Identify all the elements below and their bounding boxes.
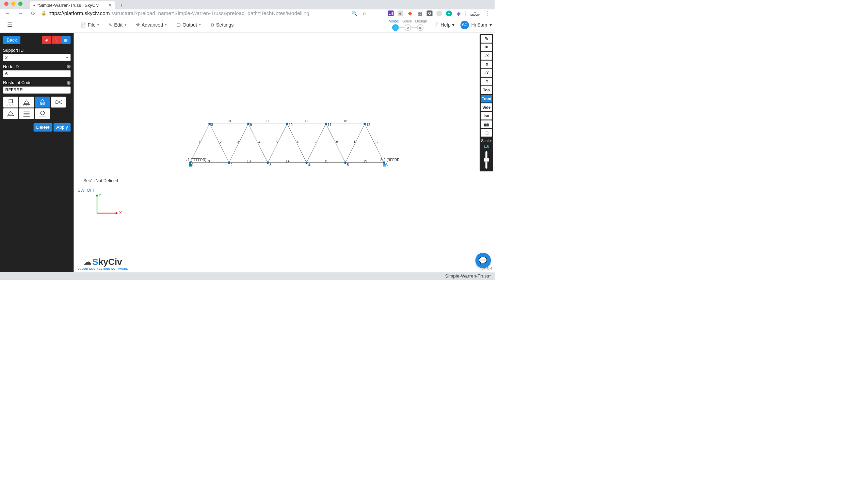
support-id-select[interactable]: 2 bbox=[3, 54, 70, 61]
svg-text:2: 2 bbox=[230, 163, 232, 167]
svg-text:11: 11 bbox=[327, 123, 332, 127]
settings-menu[interactable]: ⚙Settings bbox=[210, 22, 234, 28]
support-type-pinned-button[interactable] bbox=[19, 97, 34, 108]
status-filename: Simple-Warren-Truss* bbox=[445, 273, 491, 279]
extension-grey-circle-icon[interactable] bbox=[436, 11, 442, 16]
back-button[interactable]: Back bbox=[3, 36, 20, 44]
extension-orange-icon[interactable]: ◆ bbox=[407, 11, 413, 16]
advanced-menu[interactable]: ⚒Advanced▾ bbox=[136, 22, 167, 28]
extension-calendar-icon[interactable]: ▦ bbox=[417, 11, 423, 16]
support-type-roller-button[interactable] bbox=[35, 97, 50, 108]
svg-line-25 bbox=[210, 124, 229, 163]
view-minus-y-button[interactable]: -Y bbox=[481, 78, 492, 85]
user-menu[interactable]: SC Hi Sam ▾ bbox=[461, 21, 492, 29]
browser-chrome: ⬥ *Simple-Warren-Truss | SkyCiv ✕ + ← → … bbox=[0, 0, 495, 17]
svg-text:13: 13 bbox=[247, 159, 251, 163]
avatar: SC bbox=[461, 21, 469, 29]
search-icon[interactable]: 🔍 bbox=[352, 11, 357, 16]
apply-button[interactable]: Apply bbox=[53, 123, 70, 131]
svg-point-44 bbox=[364, 123, 366, 125]
svg-text:7: 7 bbox=[315, 140, 317, 144]
extension-lh-icon[interactable]: LH bbox=[388, 11, 393, 16]
close-tab-button[interactable]: ✕ bbox=[108, 2, 112, 8]
pencil-tool-button[interactable]: ✎ bbox=[481, 35, 492, 43]
support-type-rotational-button[interactable] bbox=[35, 108, 50, 119]
file-menu[interactable]: 📄File▾ bbox=[81, 22, 99, 28]
support-type-hinge-button[interactable] bbox=[51, 97, 66, 108]
help-menu[interactable]: ❔Help▾ bbox=[433, 22, 455, 28]
info-icon[interactable]: i bbox=[67, 81, 70, 85]
support-type-fixed-button[interactable] bbox=[3, 97, 18, 108]
edit-menu[interactable]: ✎Edit▾ bbox=[109, 22, 126, 28]
view-iso-button[interactable]: Iso bbox=[481, 112, 492, 120]
workflow-design-step[interactable]: ▭ bbox=[417, 24, 423, 31]
browser-menu-button[interactable]: ⋮ bbox=[484, 11, 490, 16]
favicon-icon: ⬥ bbox=[33, 3, 35, 7]
forward-button[interactable]: → bbox=[16, 10, 25, 16]
svg-point-11 bbox=[40, 103, 42, 105]
svg-text:1: 1 bbox=[192, 163, 194, 167]
support-type-spring-button[interactable] bbox=[19, 108, 34, 119]
workflow-solve-label[interactable]: Solve bbox=[402, 19, 412, 23]
hamburger-menu-button[interactable]: ☰ bbox=[3, 21, 16, 28]
extension-teal-circle-icon[interactable]: + bbox=[446, 11, 452, 16]
svg-text:4: 4 bbox=[308, 163, 310, 167]
view-plus-y-button[interactable]: +Y bbox=[481, 69, 492, 77]
reload-button[interactable]: ⟳ bbox=[29, 10, 38, 17]
cube-button[interactable]: ⬚ bbox=[481, 129, 492, 137]
extension-hex-icon[interactable]: ◈ bbox=[456, 11, 462, 16]
svg-line-9 bbox=[27, 105, 27, 106]
svg-text:9: 9 bbox=[208, 159, 210, 163]
chat-button[interactable]: 💬 bbox=[476, 253, 491, 268]
panel-view-table-button[interactable]: ▦ bbox=[61, 36, 70, 44]
scale-value: 1.0 bbox=[481, 144, 492, 149]
minimize-window-button[interactable] bbox=[11, 2, 16, 6]
star-icon[interactable]: ☆ bbox=[361, 11, 367, 16]
app-toolbar: ☰ 📄File▾ ✎Edit▾ ⚒Advanced▾ 🖵Output▾ ⚙Set… bbox=[0, 17, 495, 32]
svg-text:17: 17 bbox=[375, 140, 379, 144]
status-bar: Simple-Warren-Truss* bbox=[0, 272, 495, 280]
close-window-button[interactable] bbox=[4, 2, 9, 6]
view-minus-x-button[interactable]: -X bbox=[481, 61, 492, 68]
panel-view-pin-button[interactable]: 📍 bbox=[52, 36, 61, 44]
back-button[interactable]: ← bbox=[3, 10, 12, 16]
left-panel: Back ◈ 📍 ▦ Support ID 2 Node IDi Restrai… bbox=[0, 33, 74, 272]
svg-text:10: 10 bbox=[289, 123, 293, 127]
restraint-code-input[interactable] bbox=[3, 86, 70, 94]
canvas-viewport[interactable]: 123 456 8910 1112 1234 5678 1617 1011121… bbox=[74, 33, 495, 272]
maximize-window-button[interactable] bbox=[18, 2, 23, 6]
support-type-3d-pin-button[interactable]: 3D bbox=[3, 108, 18, 119]
camera-button[interactable]: 📷 bbox=[481, 120, 492, 128]
view-front-button[interactable]: Front bbox=[481, 95, 492, 102]
chevron-down-icon: ▾ bbox=[489, 22, 492, 28]
delete-button[interactable]: Delete bbox=[33, 123, 52, 131]
browser-tab[interactable]: ⬥ *Simple-Warren-Truss | SkyCiv ✕ bbox=[30, 1, 115, 9]
workflow-model-step[interactable]: ⬚ bbox=[392, 24, 399, 31]
extension-g-icon[interactable]: G bbox=[427, 11, 432, 16]
tab-title: *Simple-Warren-Truss | SkyCiv bbox=[37, 3, 98, 8]
slider-thumb[interactable] bbox=[484, 158, 489, 162]
output-menu[interactable]: 🖵Output▾ bbox=[176, 22, 200, 28]
info-icon[interactable]: i bbox=[67, 65, 70, 68]
svg-text:18: 18 bbox=[343, 120, 348, 123]
new-tab-button[interactable]: + bbox=[115, 2, 127, 10]
workflow-design-label[interactable]: Design bbox=[415, 19, 427, 23]
svg-text:6: 6 bbox=[386, 163, 388, 167]
svg-rect-0 bbox=[9, 99, 12, 103]
workflow-solve-step[interactable]: ⊙ bbox=[405, 24, 411, 31]
node-id-input[interactable] bbox=[3, 70, 70, 77]
extension-drive-icon[interactable]: ◆ bbox=[398, 11, 403, 16]
node-id-label: Node IDi bbox=[3, 64, 70, 69]
svg-text:Y: Y bbox=[99, 194, 101, 197]
scale-slider[interactable] bbox=[485, 151, 487, 169]
address-bar[interactable]: 🔒 https://platform.skyciv.com/structural… bbox=[41, 10, 348, 16]
panel-view-diamond-button[interactable]: ◈ bbox=[42, 36, 51, 44]
workflow-model-label[interactable]: Model bbox=[389, 19, 399, 23]
extension-skyciv-icon[interactable]: ⬥SkyCiv bbox=[469, 11, 480, 16]
lock-icon: 🔒 bbox=[41, 11, 46, 16]
view-plus-x-button[interactable]: +X bbox=[481, 52, 492, 60]
view-side-button[interactable]: Side bbox=[481, 103, 492, 111]
view-top-button[interactable]: Top bbox=[481, 86, 492, 94]
eye-tool-button[interactable]: 👁 bbox=[481, 44, 492, 51]
scale-label: Scale: bbox=[481, 139, 492, 143]
